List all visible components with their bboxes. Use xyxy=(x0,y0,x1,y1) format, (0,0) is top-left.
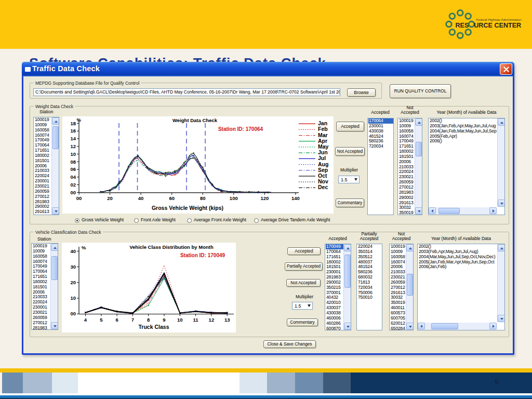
svg-text:Feb: Feb xyxy=(318,126,328,132)
svg-text:120: 120 xyxy=(260,195,269,201)
svg-text:06: 06 xyxy=(70,166,76,172)
svg-text:08: 08 xyxy=(70,159,76,165)
svg-text:Dec: Dec xyxy=(318,184,328,190)
svg-text:Station ID: 170049: Station ID: 170049 xyxy=(180,252,225,258)
svg-text:5: 5 xyxy=(100,317,103,323)
svg-text:9: 9 xyxy=(163,317,165,323)
svg-text:Truck Class: Truck Class xyxy=(139,324,169,330)
svg-text:12: 12 xyxy=(209,317,215,323)
svg-text:80: 80 xyxy=(200,195,206,201)
svg-text:13: 13 xyxy=(224,317,230,323)
svg-text:RESOURCE CENTER: RESOURCE CENTER xyxy=(456,22,522,29)
svg-text:Mar: Mar xyxy=(318,132,328,138)
svg-text:Apr: Apr xyxy=(318,138,327,144)
svg-text:60: 60 xyxy=(169,195,175,201)
svg-text:20: 20 xyxy=(107,195,113,201)
svg-text:20: 20 xyxy=(70,280,76,285)
svg-text:%: % xyxy=(82,245,86,250)
svg-text:6: 6 xyxy=(115,317,118,323)
svg-text:Federal Highway Administration: Federal Highway Administration xyxy=(476,18,522,21)
svg-text:Station ID: 170064: Station ID: 170064 xyxy=(218,126,263,132)
svg-text:140: 140 xyxy=(291,195,300,201)
svg-text:Jul: Jul xyxy=(318,155,326,161)
svg-text:00: 00 xyxy=(70,190,76,195)
svg-text:Sep: Sep xyxy=(318,167,328,173)
svg-text:12: 12 xyxy=(70,143,76,149)
svg-text:10: 10 xyxy=(70,295,76,301)
svg-text:00: 00 xyxy=(76,195,82,201)
svg-text:18: 18 xyxy=(70,121,76,126)
svg-text:%: % xyxy=(77,117,82,123)
svg-text:04: 04 xyxy=(70,174,76,180)
svg-text:8: 8 xyxy=(147,317,150,323)
svg-text:Nov: Nov xyxy=(318,178,328,184)
svg-text:10: 10 xyxy=(70,151,76,157)
svg-text:Jan: Jan xyxy=(318,120,327,126)
svg-text:May: May xyxy=(318,143,329,150)
svg-text:10: 10 xyxy=(177,317,183,323)
svg-text:Gross Vehicle Weight (kips): Gross Vehicle Weight (kips) xyxy=(152,205,223,211)
svg-text:7: 7 xyxy=(131,317,134,323)
svg-text:11: 11 xyxy=(193,317,199,323)
svg-text:30: 30 xyxy=(70,264,76,270)
svg-text:02: 02 xyxy=(70,182,76,188)
svg-text:4: 4 xyxy=(84,317,87,323)
svg-text:14: 14 xyxy=(70,136,76,141)
svg-text:00: 00 xyxy=(70,311,76,316)
svg-text:Jun: Jun xyxy=(318,149,328,155)
svg-text:Oct: Oct xyxy=(318,172,327,179)
svg-text:40: 40 xyxy=(138,195,144,201)
svg-text:Aug: Aug xyxy=(318,161,328,167)
svg-text:Weight Data Check: Weight Data Check xyxy=(172,117,218,123)
svg-text:100: 100 xyxy=(230,195,238,201)
svg-text:Vehicle Class Distribution by: Vehicle Class Distribution by Month xyxy=(129,244,214,250)
svg-text:40: 40 xyxy=(70,248,76,254)
svg-text:16: 16 xyxy=(70,128,76,134)
